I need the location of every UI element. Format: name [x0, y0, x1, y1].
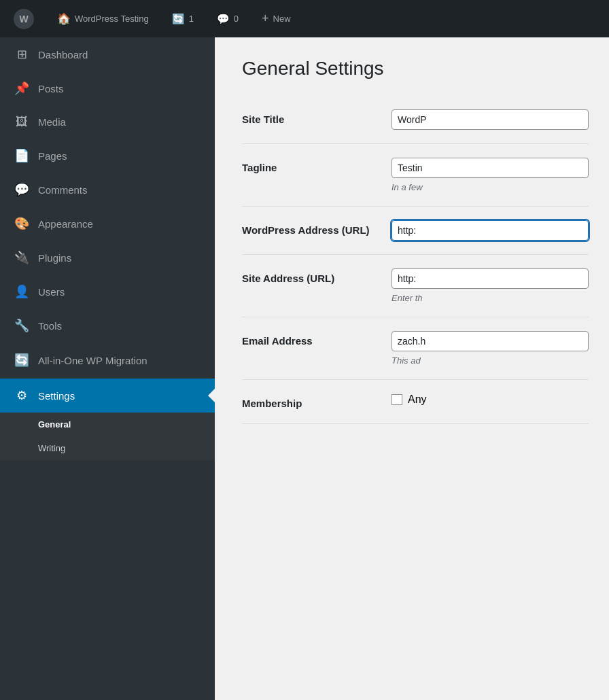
dashboard-icon: ⊞ — [14, 47, 30, 62]
sidebar-item-allinone[interactable]: 🔄 All-in-One WP Migration — [0, 343, 215, 379]
allinone-icon: 🔄 — [14, 352, 30, 369]
tagline-hint: In a few — [392, 182, 589, 192]
membership-value: Any — [408, 393, 427, 406]
site-title-input[interactable] — [392, 109, 589, 130]
setting-row-site-title: Site Title — [242, 96, 589, 144]
sidebar-item-pages[interactable]: 📄 Pages — [0, 139, 215, 173]
site-address-input[interactable] — [392, 268, 589, 289]
wordpress-logo-icon: W — [14, 9, 34, 29]
sidebar-label-dashboard: Dashboard — [38, 49, 88, 60]
appearance-icon: 🎨 — [14, 216, 30, 231]
writing-label: Writing — [38, 443, 65, 453]
sidebar-item-tools[interactable]: 🔧 Tools — [0, 309, 215, 343]
pages-icon: 📄 — [14, 148, 30, 163]
submenu-item-writing[interactable]: Writing — [0, 436, 215, 460]
comment-icon: 💬 — [217, 13, 230, 25]
comments-button[interactable]: 💬 0 — [211, 10, 244, 28]
sidebar-item-appearance[interactable]: 🎨 Appearance — [0, 207, 215, 241]
sidebar-label-appearance: Appearance — [38, 218, 93, 230]
comment-count: 0 — [234, 14, 239, 24]
comments-icon: 💬 — [14, 182, 30, 197]
site-name: WordPress Testing — [75, 14, 149, 24]
sidebar-item-plugins[interactable]: 🔌 Plugins — [0, 241, 215, 275]
sidebar-label-pages: Pages — [38, 150, 67, 162]
sidebar-label-posts: Posts — [38, 83, 64, 94]
email-input[interactable] — [392, 331, 589, 351]
setting-row-wp-address: WordPress Address (URL) — [242, 207, 589, 255]
setting-row-tagline: Tagline In a few — [242, 144, 589, 207]
membership-checkbox[interactable] — [392, 394, 402, 405]
site-title-label: Site Title — [242, 113, 284, 125]
setting-row-email: Email Address This ad — [242, 317, 589, 380]
sidebar-label-comments: Comments — [38, 184, 88, 196]
sidebar-item-dashboard[interactable]: ⊞ Dashboard — [0, 37, 215, 71]
sidebar: ⊞ Dashboard 📌 Posts 🖼 Media 📄 Pages 💬 Co… — [0, 37, 215, 700]
settings-icon: ⚙ — [14, 388, 30, 403]
sidebar-label-users: Users — [38, 286, 65, 298]
posts-icon: 📌 — [14, 81, 30, 96]
wp-address-input[interactable] — [392, 220, 589, 241]
tools-icon: 🔧 — [14, 318, 30, 333]
sidebar-item-media[interactable]: 🖼 Media — [0, 105, 215, 139]
settings-submenu: General Writing — [0, 413, 215, 460]
site-name-button[interactable]: 🏠 WordPress Testing — [52, 10, 154, 28]
sidebar-label-tools: Tools — [38, 320, 62, 332]
update-count: 1 — [189, 14, 194, 24]
sidebar-label-media: Media — [38, 116, 66, 128]
setting-row-membership: Membership Any — [242, 380, 589, 424]
site-address-hint: Enter th — [392, 293, 589, 303]
general-label: General — [38, 419, 71, 430]
page-title: General Settings — [242, 58, 589, 80]
users-icon: 👤 — [14, 284, 30, 299]
update-icon: 🔄 — [172, 13, 185, 25]
home-icon: 🏠 — [57, 12, 71, 25]
wp-logo-button[interactable]: W — [8, 6, 39, 32]
sidebar-item-users[interactable]: 👤 Users — [0, 275, 215, 309]
sidebar-item-settings[interactable]: ⚙ Settings — [0, 379, 215, 413]
wp-address-label: WordPress Address (URL) — [242, 224, 370, 236]
tagline-input[interactable] — [392, 158, 589, 178]
membership-label: Membership — [242, 398, 302, 409]
updates-button[interactable]: 🔄 1 — [167, 10, 199, 28]
admin-bar: W 🏠 WordPress Testing 🔄 1 💬 0 + New — [0, 0, 609, 37]
sidebar-label-allinone: All-in-One WP Migration — [38, 353, 147, 368]
content-area: General Settings Site Title Tagline In a… — [215, 37, 609, 700]
media-icon: 🖼 — [14, 115, 30, 129]
site-address-label: Site Address (URL) — [242, 273, 334, 284]
setting-row-site-address: Site Address (URL) Enter th — [242, 255, 589, 317]
sidebar-label-settings: Settings — [38, 390, 75, 402]
tagline-label: Tagline — [242, 162, 277, 173]
email-label: Email Address — [242, 335, 313, 347]
email-hint: This ad — [392, 355, 589, 366]
sidebar-item-posts[interactable]: 📌 Posts — [0, 71, 215, 105]
new-button[interactable]: + New — [256, 9, 296, 29]
submenu-item-general[interactable]: General — [0, 413, 215, 436]
main-layout: ⊞ Dashboard 📌 Posts 🖼 Media 📄 Pages 💬 Co… — [0, 37, 609, 700]
new-label: New — [273, 14, 291, 24]
plus-icon: + — [262, 12, 269, 26]
sidebar-item-comments[interactable]: 💬 Comments — [0, 173, 215, 207]
plugins-icon: 🔌 — [14, 250, 30, 265]
sidebar-label-plugins: Plugins — [38, 252, 71, 264]
